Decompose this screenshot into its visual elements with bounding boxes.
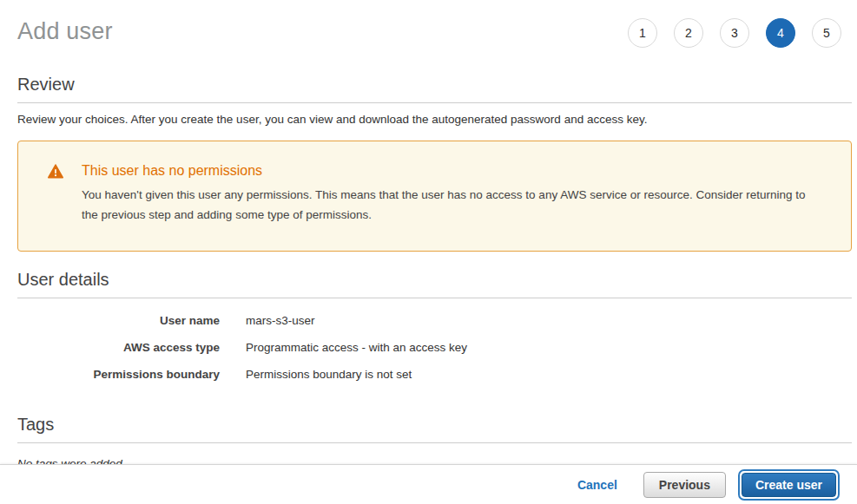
tags-section: Tags No tags were added. — [17, 415, 852, 470]
cancel-button[interactable]: Cancel — [577, 478, 617, 492]
detail-value: mars-s3-user — [246, 313, 315, 328]
detail-row-permissions-boundary: Permissions boundary Permissions boundar… — [17, 367, 852, 382]
review-section: Review Review your choices. After you cr… — [17, 75, 852, 126]
user-details-list: User name mars-s3-user AWS access type P… — [17, 313, 852, 382]
detail-value: Programmatic access - with an access key — [246, 340, 467, 355]
create-user-focus-ring: Create user — [738, 469, 840, 501]
step-indicator-5: 5 — [812, 18, 841, 48]
detail-label: User name — [17, 313, 220, 328]
step-indicator-3: 3 — [720, 18, 749, 48]
no-permissions-warning-box: This user has no permissions You haven't… — [17, 141, 852, 252]
create-user-button[interactable]: Create user — [742, 473, 836, 497]
detail-row-user-name: User name mars-s3-user — [17, 313, 852, 328]
tags-heading: Tags — [17, 415, 852, 443]
review-description: Review your choices. After you create th… — [17, 113, 852, 126]
add-user-wizard-page: Add user 1 2 3 4 5 Review Review your ch… — [0, 0, 857, 504]
page-title: Add user — [17, 18, 113, 45]
header: Add user 1 2 3 4 5 — [17, 0, 852, 48]
step-indicator-2: 2 — [674, 18, 703, 48]
user-details-heading: User details — [17, 270, 852, 298]
detail-label: Permissions boundary — [17, 367, 220, 382]
warning-title: This user has no permissions — [82, 163, 825, 179]
wizard-step-indicator: 1 2 3 4 5 — [628, 18, 852, 48]
detail-label: AWS access type — [17, 340, 220, 355]
warning-text-block: This user has no permissions You haven't… — [82, 163, 825, 225]
step-indicator-1: 1 — [628, 18, 657, 48]
detail-row-access-type: AWS access type Programmatic access - wi… — [17, 340, 852, 355]
detail-value: Permissions boundary is not set — [246, 367, 412, 382]
step-indicator-4-active: 4 — [766, 18, 795, 48]
previous-button[interactable]: Previous — [643, 472, 726, 498]
footer-action-bar: Cancel Previous Create user — [0, 464, 857, 504]
review-heading: Review — [17, 75, 852, 103]
warning-triangle-icon — [48, 164, 63, 179]
warning-body: You haven't given this user any permissi… — [82, 185, 825, 225]
user-details-section: User details User name mars-s3-user AWS … — [17, 270, 852, 382]
